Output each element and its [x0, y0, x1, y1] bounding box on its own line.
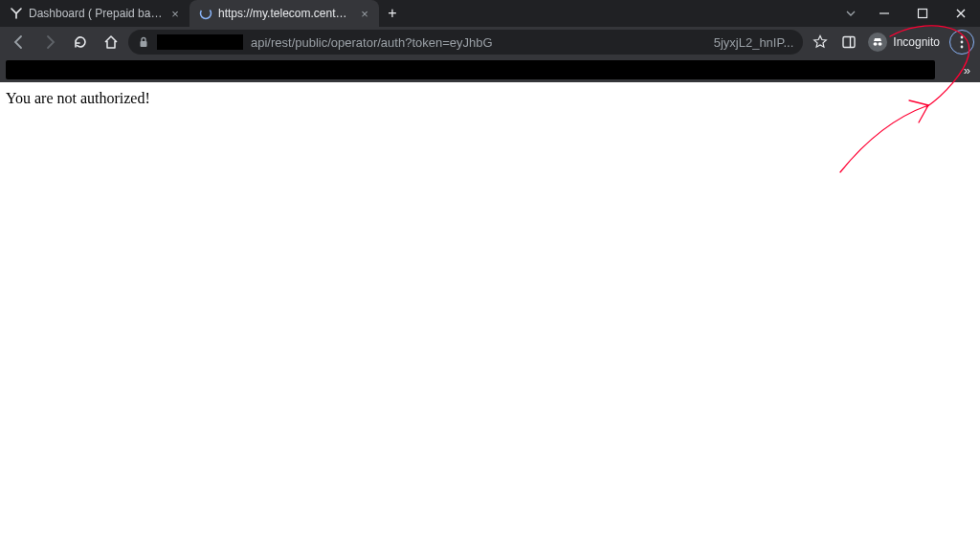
browser-titlebar: Dashboard ( Prepaid balance ) × https://…	[0, 0, 980, 27]
bookmark-bar: »	[0, 57, 980, 82]
svg-point-9	[961, 46, 964, 49]
forward-button[interactable]	[36, 29, 63, 55]
page-content: You are not authorized!	[0, 82, 980, 551]
chevron-down-icon[interactable]	[836, 0, 865, 27]
side-panel-button[interactable]	[835, 29, 862, 55]
tab-strip: Dashboard ( Prepaid balance ) × https://…	[0, 0, 406, 27]
window-close-button[interactable]	[942, 0, 980, 27]
bookmark-star-button[interactable]	[807, 29, 834, 55]
y-icon	[10, 7, 23, 20]
address-bar[interactable]: api/rest/public/operator/auth?token=eyJh…	[128, 30, 803, 55]
close-icon[interactable]: ×	[168, 7, 182, 20]
incognito-label: Incognito	[893, 35, 940, 49]
svg-point-5	[874, 42, 878, 46]
incognito-indicator[interactable]: Incognito	[864, 33, 944, 52]
svg-rect-3	[843, 37, 855, 48]
tab-title: Dashboard ( Prepaid balance )	[29, 7, 163, 20]
browser-toolbar: api/rest/public/operator/auth?token=eyJh…	[0, 27, 980, 57]
spinner-icon	[199, 7, 212, 20]
window-maximize-button[interactable]	[903, 0, 942, 27]
svg-rect-2	[141, 41, 147, 47]
tab-title: https://my.telecom.center/api/re	[218, 7, 352, 20]
auth-error-text: You are not authorized!	[6, 90, 150, 106]
svg-point-0	[201, 9, 212, 19]
new-tab-button[interactable]: +	[379, 0, 406, 27]
svg-point-6	[879, 42, 882, 46]
url-path-left: api/rest/public/operator/auth?token=eyJh…	[251, 35, 493, 50]
back-button[interactable]	[6, 29, 33, 55]
toolbar-actions: Incognito	[807, 29, 974, 55]
bookmark-overflow-button[interactable]: »	[960, 63, 974, 77]
svg-point-7	[961, 36, 964, 39]
svg-rect-1	[919, 10, 927, 18]
redacted-bookmark-area	[6, 60, 935, 79]
svg-point-8	[961, 41, 964, 44]
url-path-right: 5jyxjL2_hnIP...	[714, 35, 794, 50]
reload-button[interactable]	[67, 29, 94, 55]
redacted-host	[157, 34, 243, 50]
window-minimize-button[interactable]	[865, 0, 903, 27]
lock-icon	[138, 36, 149, 48]
home-button[interactable]	[98, 29, 124, 55]
browser-menu-button[interactable]	[949, 30, 974, 55]
incognito-icon	[868, 33, 887, 52]
close-icon[interactable]: ×	[358, 7, 371, 20]
tab-dashboard[interactable]: Dashboard ( Prepaid balance ) ×	[0, 0, 189, 27]
tab-api-response[interactable]: https://my.telecom.center/api/re ×	[189, 0, 379, 27]
